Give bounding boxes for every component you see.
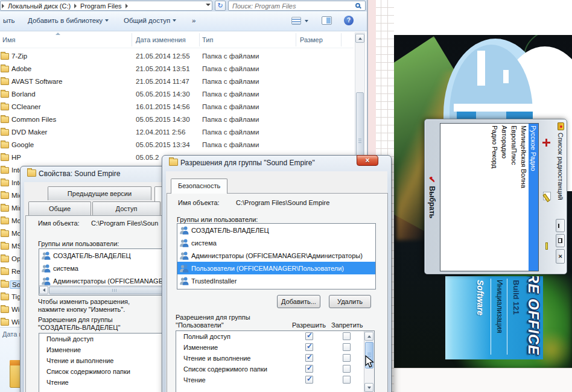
folder-icon — [1, 205, 9, 212]
group-row[interactable]: Пользователи (OFFICEMANAGER\Пользователи… — [177, 262, 375, 274]
radio-window-rotated: Список радиостанций × Русское РадиоМилиц… — [424, 119, 567, 274]
toolbar-overflow[interactable]: » — [192, 17, 195, 24]
search-input[interactable] — [231, 1, 349, 10]
station-row[interactable]: Русское Радио — [529, 124, 538, 271]
deny-checkbox[interactable] — [343, 332, 351, 340]
file-row[interactable]: AVAST Software21.05.2014 11:47Папка с фа… — [0, 76, 354, 89]
file-name: DVD Maker — [11, 128, 47, 136]
station-row[interactable]: Авторадио — [500, 124, 509, 271]
column-divider[interactable] — [296, 33, 296, 46]
permission-label: Чтение — [183, 376, 206, 384]
group-row[interactable]: система — [177, 236, 375, 249]
add-station-icon[interactable] — [542, 139, 550, 147]
file-type: Папка с файлами — [202, 65, 259, 72]
close-button[interactable]: × — [357, 155, 378, 166]
address-dropdown-icon[interactable] — [206, 4, 211, 6]
address-bar[interactable]: Локальный диск (C:) Program Files — [0, 1, 212, 11]
tab-previous-versions[interactable]: Предыдущие версии — [48, 186, 151, 200]
permission-row: Чтение✓ — [176, 375, 374, 385]
file-row[interactable]: Common Files05.05.2015 14:30Папка с файл… — [0, 114, 354, 127]
folder-icon — [1, 192, 9, 199]
close-button[interactable]: × — [556, 249, 565, 264]
change-view-icon[interactable] — [291, 17, 301, 25]
breadcrumb-folder[interactable]: Program Files — [78, 2, 124, 10]
add-button[interactable]: Добавить... — [277, 295, 320, 308]
refresh-button[interactable]: ↻ — [215, 1, 226, 11]
permission-row: Полный доступ✓ — [176, 331, 374, 342]
horizontal-scrollbar[interactable] — [39, 285, 182, 295]
file-row[interactable]: 7-Zip21.05.2014 12:55Папка с файлами — [0, 51, 354, 63]
allow-checkbox[interactable]: ✓ — [305, 365, 313, 373]
file-row[interactable]: DVD Maker12.04.2011 2:56Папка с файлами — [0, 127, 354, 139]
column-header-size[interactable]: Размер — [300, 36, 323, 43]
station-row[interactable]: ЕвропаПлюс — [509, 124, 519, 271]
maximize-button[interactable] — [556, 234, 565, 247]
minimize-button[interactable] — [556, 219, 565, 232]
edit-station-icon[interactable] — [543, 192, 551, 200]
scroll-left-button[interactable] — [39, 286, 48, 294]
scroll-up-button[interactable] — [355, 34, 364, 43]
file-date: 05.05.2015 14:30 — [136, 116, 190, 123]
mouse-cursor — [364, 355, 375, 371]
deny-checkbox[interactable] — [343, 376, 351, 384]
toolbar-add-library[interactable]: Добавить в библиотеку — [28, 17, 109, 24]
scroll-up-button[interactable] — [364, 332, 373, 341]
scrollbar-thumb[interactable] — [49, 286, 180, 294]
group-label: Администраторы (OFFICEMANAGER\Администра… — [191, 252, 363, 259]
column-header-date[interactable]: Дата изменения — [136, 36, 186, 43]
allow-checkbox[interactable]: ✓ — [305, 343, 313, 351]
file-row[interactable]: Borland05.05.2015 14:30Папка с файлами — [0, 89, 354, 101]
file-name: CCleaner — [11, 103, 41, 110]
folder-icon — [1, 256, 9, 262]
remove-station-icon[interactable] — [545, 242, 548, 250]
radio-window: Список радиостанций × Русское РадиоМилиц… — [424, 119, 567, 274]
station-row[interactable]: Милицейская Волна — [519, 124, 529, 271]
group-row[interactable]: TrustedInstaller — [177, 274, 375, 287]
view-dropdown-icon[interactable] — [305, 20, 308, 22]
tab-security[interactable]: Безопасность — [171, 179, 227, 194]
allow-checkbox[interactable]: ✓ — [305, 354, 313, 362]
file-row[interactable]: CCleaner16.01.2015 14:56Папка с файлами — [0, 101, 354, 114]
select-station-button[interactable]: ✔ Выбрать — [424, 119, 440, 275]
tab-general[interactable]: Общие — [28, 201, 91, 215]
help-icon[interactable]: ? — [344, 16, 354, 25]
check-icon: ✓ — [307, 375, 313, 383]
splash-divider — [491, 279, 491, 355]
breadcrumb-arrow-icon — [126, 4, 128, 8]
preview-pane-icon[interactable] — [322, 16, 332, 25]
group-label: система — [191, 239, 217, 247]
bottom-right-background — [394, 368, 572, 392]
deny-checkbox[interactable] — [343, 365, 351, 373]
file-row[interactable]: Google05.05.2015 13:34Папка с файлами — [0, 139, 354, 152]
remove-button[interactable]: Удалить — [329, 295, 371, 308]
station-row[interactable]: Радио Рекорд — [490, 124, 500, 271]
permissions-for-label-line1: Разрешения для группы — [38, 316, 113, 323]
file-row[interactable]: Adobe21.05.2014 13:51Папка с файлами — [0, 63, 354, 76]
file-date: 05.05.2 — [136, 154, 159, 161]
allow-checkbox[interactable]: ✓ — [305, 376, 313, 384]
tab-sharing[interactable]: Доступ — [92, 201, 160, 215]
breadcrumb-drive[interactable]: Локальный диск (C:) — [5, 2, 73, 10]
groups-listbox[interactable]: СОЗДАТЕЛЬ-ВЛАДЕЛЕЦсистемаАдминистраторы … — [177, 223, 376, 289]
file-type: Папка с файлами — [202, 116, 259, 123]
deny-checkbox[interactable] — [343, 354, 351, 362]
search-box — [228, 1, 366, 11]
scroll-down-button[interactable] — [364, 383, 373, 392]
file-type: Папка с файлами — [202, 141, 259, 148]
group-row[interactable]: СОЗДАТЕЛЬ-ВЛАДЕЛЕЦ — [177, 224, 375, 236]
folder-icon — [1, 294, 9, 300]
column-divider[interactable] — [132, 33, 132, 46]
column-header-type[interactable]: Тип — [202, 36, 213, 43]
search-icon[interactable] — [355, 3, 360, 8]
allow-checkbox[interactable]: ✓ — [305, 332, 313, 340]
group-row[interactable]: Администраторы (OFFICEMANAGER\Администра… — [177, 249, 375, 262]
folder-icon — [1, 78, 9, 85]
file-name: Wi — [11, 318, 19, 326]
column-divider[interactable] — [341, 33, 342, 46]
deny-checkbox[interactable] — [343, 343, 351, 351]
toolbar-open-partial[interactable]: ыть — [3, 17, 15, 24]
toolbar-share[interactable]: Общий доступ — [124, 17, 176, 24]
column-header-name[interactable]: Имя — [2, 36, 15, 43]
column-divider[interactable] — [199, 33, 200, 46]
users-icon — [179, 226, 189, 235]
